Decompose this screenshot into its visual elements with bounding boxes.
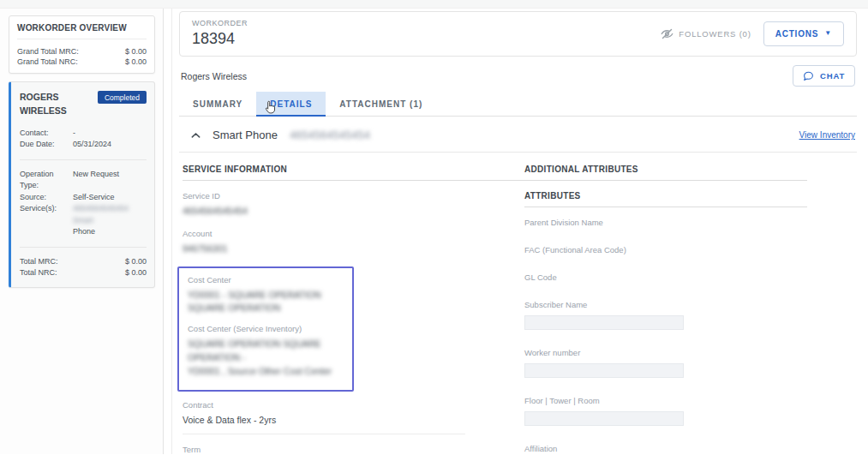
- grand-total-mrc-row: Grand Total MRC: $ 0.00: [17, 46, 147, 57]
- due-date-value: 05/31/2024: [73, 139, 147, 151]
- contact-label: Contact:: [20, 128, 73, 140]
- cost-center-inventory-value: SQUARE OPERATION SQUARE OPERATION - YD00…: [188, 338, 344, 378]
- view-inventory-link[interactable]: View Inventory: [799, 130, 855, 140]
- operation-type-label: Operation Type:: [20, 169, 73, 192]
- affiliation-field: Affiliation: [524, 444, 807, 453]
- account-field: Account 946756301: [183, 229, 524, 256]
- order-card-title: ROGERS WIRELESS: [20, 91, 80, 117]
- operation-type-row: Operation Type: New Request: [20, 169, 147, 192]
- order-summary-card[interactable]: ROGERS WIRELESS Completed Contact: - Due…: [9, 81, 155, 287]
- grand-total-mrc-label: Grand Total MRC:: [17, 46, 79, 57]
- additional-attributes-section: ADDITIONAL ATTRIBUTES ATTRIBUTES Parent …: [524, 165, 807, 455]
- service-id-value: 4654564545454: [183, 205, 524, 219]
- workorder-overview-card: WORKORDER OVERVIEW Grand Total MRC: $ 0.…: [9, 15, 155, 74]
- source-value: Self-Service: [73, 192, 147, 204]
- status-badge: Completed: [98, 91, 147, 104]
- workorder-header-card: WORKORDER 18394 FOLLOWERS (0): [179, 11, 857, 57]
- source-row: Source: Self-Service: [20, 192, 147, 204]
- tab-attachment[interactable]: ATTACHMENT (1): [326, 92, 436, 116]
- services-value-suffix: Phone: [73, 227, 95, 236]
- due-date-row: Due Date: 05/31/2024: [20, 139, 147, 151]
- parent-division-name-label: Parent Division Name: [524, 218, 807, 227]
- total-mrc-value: $ 0.00: [125, 256, 147, 268]
- attributes-subtitle: ATTRIBUTES: [524, 191, 807, 207]
- tab-bar: SUMMARY DETAILS ATTACHMENT (1): [179, 92, 857, 117]
- actions-button[interactable]: ACTIONS ▼: [763, 21, 844, 46]
- sidebar-main-divider: [164, 9, 172, 454]
- service-section-header: Smart Phone 4654564545454 View Inventory: [179, 117, 857, 153]
- followers-control[interactable]: FOLLOWERS (0): [661, 27, 751, 40]
- gl-code-field: GL Code: [524, 272, 807, 282]
- chat-button-label: CHAT: [820, 71, 845, 81]
- affiliation-label: Affiliation: [524, 444, 807, 453]
- term-field: Term No: [183, 445, 524, 455]
- tab-summary[interactable]: SUMMARY: [179, 92, 256, 116]
- cost-center-inventory-label: Cost Center (Service Inventory): [188, 324, 344, 333]
- cost-center-highlight-box: Cost Center YD0001 - SQUARE OPERATION SQ…: [177, 266, 354, 392]
- total-mrc-label: Total MRC:: [20, 256, 58, 268]
- grand-total-nrc-label: Grand Total NRC:: [17, 57, 78, 67]
- floor-tower-room-label: Floor | Tower | Room: [524, 396, 807, 405]
- parent-division-name-field: Parent Division Name: [524, 218, 807, 227]
- gl-code-label: GL Code: [524, 272, 807, 282]
- account-value: 946756301: [183, 242, 524, 256]
- fac-label: FAC (Functional Area Code): [524, 245, 807, 254]
- services-value: 4654564545454 SmartPhone: [73, 203, 147, 238]
- top-strip: [0, 0, 868, 9]
- service-information-title: SERVICE INFORMATION: [183, 165, 524, 181]
- services-row: Service(s): 4654564545454 SmartPhone: [20, 203, 147, 238]
- services-value-redacted: 4654564545454 Smart: [73, 204, 129, 225]
- main-panel: WORKORDER 18394 FOLLOWERS (0): [172, 9, 868, 454]
- total-mrc-row: Total MRC: $ 0.00: [20, 256, 147, 268]
- additional-attributes-title: ADDITIONAL ATTRIBUTES: [524, 165, 807, 181]
- chevron-up-icon[interactable]: [191, 132, 201, 139]
- cost-center-field: Cost Center YD0001 - SQUARE OPERATION SQ…: [188, 275, 344, 316]
- sidebar: WORKORDER OVERVIEW Grand Total MRC: $ 0.…: [0, 9, 164, 454]
- fac-field: FAC (Functional Area Code): [524, 245, 807, 254]
- contract-field: Contract Voice & Data flex - 2yrs: [183, 400, 524, 434]
- subscriber-name-input[interactable]: [524, 315, 684, 330]
- device-name: Smart Phone: [213, 129, 278, 141]
- device-number-redacted: 4654564545454: [290, 129, 370, 141]
- overview-title: WORKORDER OVERVIEW: [17, 23, 147, 39]
- account-label: Account: [183, 229, 524, 238]
- total-nrc-row: Total NRC: $ 0.00: [20, 267, 147, 279]
- subscriber-name-label: Subscriber Name: [524, 300, 807, 309]
- worker-number-label: Worker number: [524, 348, 807, 357]
- workorder-app: WORKORDER OVERVIEW Grand Total MRC: $ 0.…: [0, 0, 868, 455]
- service-id-label: Service ID: [183, 191, 524, 201]
- source-label: Source:: [20, 192, 73, 204]
- due-date-label: Due Date:: [20, 139, 73, 151]
- grand-total-nrc-row: Grand Total NRC: $ 0.00: [17, 57, 147, 67]
- chat-button[interactable]: CHAT: [793, 65, 855, 87]
- actions-button-label: ACTIONS: [775, 29, 819, 39]
- operation-type-value: New Request: [73, 169, 147, 192]
- followers-label: FOLLOWERS (0): [679, 29, 751, 39]
- contact-value: -: [73, 128, 147, 140]
- total-nrc-value: $ 0.00: [125, 267, 147, 279]
- chevron-down-icon: ▼: [824, 30, 832, 37]
- grand-total-nrc-value: $ 0.00: [125, 57, 147, 67]
- grand-total-mrc-value: $ 0.00: [125, 46, 147, 57]
- subscriber-name-field: Subscriber Name: [524, 300, 807, 330]
- chat-bubble-icon: [803, 70, 814, 81]
- service-information-section: SERVICE INFORMATION Service ID 465456454…: [179, 165, 524, 455]
- eye-off-icon: [661, 27, 673, 40]
- worker-number-field: Worker number: [524, 348, 807, 378]
- contract-value: Voice & Data flex - 2yrs: [183, 414, 465, 428]
- provider-name: Rogers Wireless: [181, 71, 247, 81]
- cost-center-inventory-field: Cost Center (Service Inventory) SQUARE O…: [188, 324, 344, 378]
- total-nrc-label: Total NRC:: [20, 267, 57, 279]
- floor-tower-room-input[interactable]: [524, 411, 684, 426]
- tab-details[interactable]: DETAILS: [256, 92, 326, 116]
- contract-label: Contract: [183, 400, 524, 410]
- worker-number-input[interactable]: [524, 363, 684, 378]
- card-divider: [20, 159, 147, 160]
- term-label: Term: [183, 445, 524, 454]
- floor-tower-room-field: Floor | Tower | Room: [524, 396, 807, 426]
- cost-center-value: YD0001 - SQUARE OPERATION SQUARE OPERATI…: [188, 289, 344, 316]
- workorder-number: 18394: [192, 30, 248, 48]
- cost-center-label: Cost Center: [188, 275, 344, 284]
- services-label: Service(s):: [20, 203, 73, 238]
- service-id-field: Service ID 4654564545454: [183, 191, 524, 219]
